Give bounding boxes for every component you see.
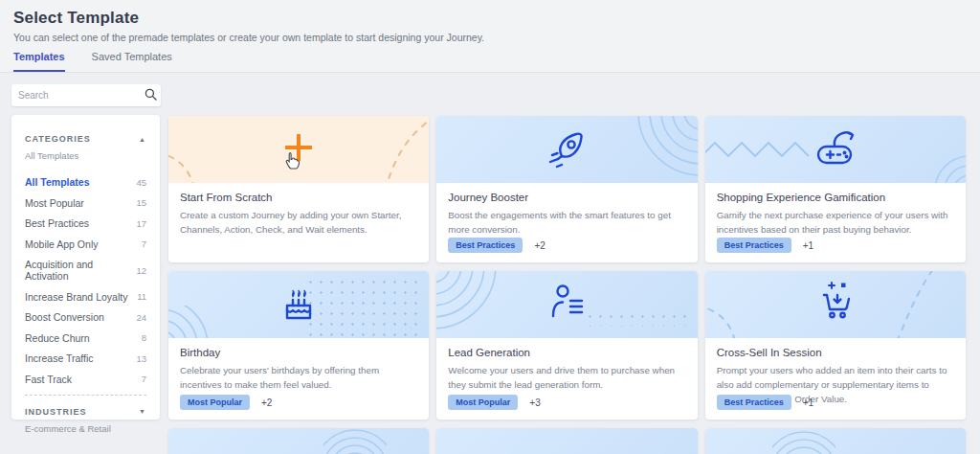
- category-item-reduce-churn[interactable]: Reduce Churn8: [25, 332, 146, 344]
- category-item-mobile-app-only[interactable]: Mobile App Only7: [25, 238, 146, 250]
- card-header-art: [705, 271, 966, 338]
- page-subtitle: You can select one of the premade templa…: [13, 32, 484, 43]
- expand-icon[interactable]: ▼: [139, 408, 146, 415]
- template-card-partial[interactable]: [705, 428, 966, 454]
- template-card-start-from-scratch[interactable]: Start From Scratch Create a custom Journ…: [168, 116, 429, 262]
- card-description: Celebrate your users' birthdays by offer…: [180, 363, 417, 392]
- template-card-birthday[interactable]: Birthday Celebrate your users' birthdays…: [168, 271, 429, 420]
- dashed-arc-decoration: [883, 271, 941, 338]
- category-item-increase-traffic[interactable]: Increase Traffic13: [25, 352, 146, 364]
- badge-best-practices: Best Practices: [717, 395, 791, 410]
- card-description: Create a custom Journey by adding your o…: [180, 208, 417, 237]
- industries-title: INDUSTRIES: [25, 407, 87, 417]
- template-card-journey-booster[interactable]: Journey Booster Boost the engagements wi…: [436, 116, 697, 262]
- card-description: Gamify the next purchase experience of y…: [717, 208, 954, 237]
- page-title: Select Template: [13, 9, 139, 28]
- cake-icon: [276, 280, 322, 329]
- badge-extra-count: +2: [534, 240, 545, 251]
- badge-most-popular: Most Popular: [180, 395, 250, 410]
- industry-item-ecommerce-retail[interactable]: E-commerce & Retail: [25, 423, 146, 434]
- industries-header[interactable]: INDUSTRIES ▼: [25, 407, 146, 417]
- badge-extra-count: +1: [803, 397, 813, 408]
- circles-decoration: [623, 116, 698, 183]
- card-title: Birthday: [180, 347, 417, 358]
- card-title: Cross-Sell In Session: [717, 347, 954, 358]
- card-header-art: [705, 428, 966, 454]
- categories-header[interactable]: CATEGORIES ▲: [25, 134, 146, 144]
- template-card-cross-sell-in-session[interactable]: Cross-Sell In Session Prompt your users …: [705, 271, 966, 420]
- card-header-art: [168, 271, 429, 338]
- badge-best-practices: Best Practices: [448, 238, 523, 253]
- card-title: Start From Scratch: [180, 192, 417, 203]
- card-header-art: [168, 116, 429, 183]
- dashed-arc-decoration: [356, 116, 429, 183]
- hand-cursor-icon: [285, 151, 300, 173]
- categories-title: CATEGORIES: [25, 134, 91, 144]
- card-header-art: [168, 428, 429, 454]
- search-input[interactable]: [18, 90, 145, 101]
- badge-most-popular: Most Popular: [448, 395, 518, 410]
- gamepad-icon: [812, 125, 859, 173]
- card-title: Journey Booster: [448, 192, 685, 203]
- tab-bar: Templates Saved Templates: [13, 51, 172, 72]
- card-title: Shopping Experience Gamification: [717, 192, 954, 203]
- lead-person-icon: [543, 282, 590, 328]
- badge-extra-count: +3: [529, 397, 540, 408]
- template-card-partial[interactable]: [436, 428, 697, 454]
- dashed-arc-decoration: [705, 296, 767, 338]
- dashed-arc-decoration: [168, 141, 228, 183]
- card-header-art: [436, 428, 697, 454]
- card-description: Welcome your users and drive them to pur…: [448, 363, 685, 392]
- cart-icon: [813, 280, 858, 329]
- card-header-art: [705, 116, 966, 183]
- category-item-fast-track[interactable]: Fast Track7: [25, 374, 146, 385]
- collapse-icon[interactable]: ▲: [139, 136, 146, 143]
- template-card-partial[interactable]: [168, 428, 429, 454]
- page-header: Select Template You can select one of th…: [0, 0, 980, 73]
- badge-extra-count: +2: [261, 397, 272, 408]
- circles-decoration: [436, 271, 505, 334]
- categories-panel: CATEGORIES ▲ All Templates All Templates…: [11, 115, 160, 420]
- card-header-art: [436, 271, 697, 338]
- card-description: Boost the engagements with the smart fea…: [448, 208, 685, 237]
- category-list: All Templates45 Most Popular15 Best Prac…: [25, 176, 146, 385]
- dot-grid-decoration: [585, 311, 692, 327]
- category-item-all-templates[interactable]: All Templates45: [25, 176, 146, 188]
- tab-templates[interactable]: Templates: [13, 51, 65, 72]
- badge-best-practices: Best Practices: [717, 238, 791, 253]
- category-item-best-practices[interactable]: Best Practices17: [25, 217, 146, 229]
- circles-decoration: [772, 428, 835, 454]
- sidebar-divider: [25, 395, 146, 396]
- card-header-art: [436, 116, 697, 183]
- tab-saved-templates[interactable]: Saved Templates: [92, 51, 172, 72]
- badge-extra-count: +1: [803, 240, 813, 251]
- circles-decoration: [323, 428, 387, 454]
- card-title: Lead Generation: [448, 347, 685, 358]
- template-card-lead-generation[interactable]: Lead Generation Welcome your users and d…: [436, 271, 697, 420]
- template-grid: Start From Scratch Create a custom Journ…: [168, 116, 966, 454]
- category-item-most-popular[interactable]: Most Popular15: [25, 197, 146, 209]
- circles-decoration: [168, 306, 224, 338]
- circles-decoration: [901, 152, 966, 183]
- categories-subtitle: All Templates: [25, 150, 146, 161]
- search-icon[interactable]: [145, 87, 157, 104]
- zigzag-decoration: [705, 137, 816, 162]
- dot-grid-decoration: [305, 277, 425, 338]
- category-item-boost-conversion[interactable]: Boost Conversion24: [25, 311, 146, 323]
- category-item-acquisition-and-activation[interactable]: Acquisition and Activation12: [25, 259, 146, 282]
- rocket-icon: [544, 125, 590, 173]
- search-box[interactable]: [11, 84, 161, 106]
- template-card-shopping-experience-gamification[interactable]: Shopping Experience Gamification Gamify …: [705, 116, 966, 262]
- category-item-increase-brand-loyalty[interactable]: Increase Brand Loyalty11: [25, 291, 146, 303]
